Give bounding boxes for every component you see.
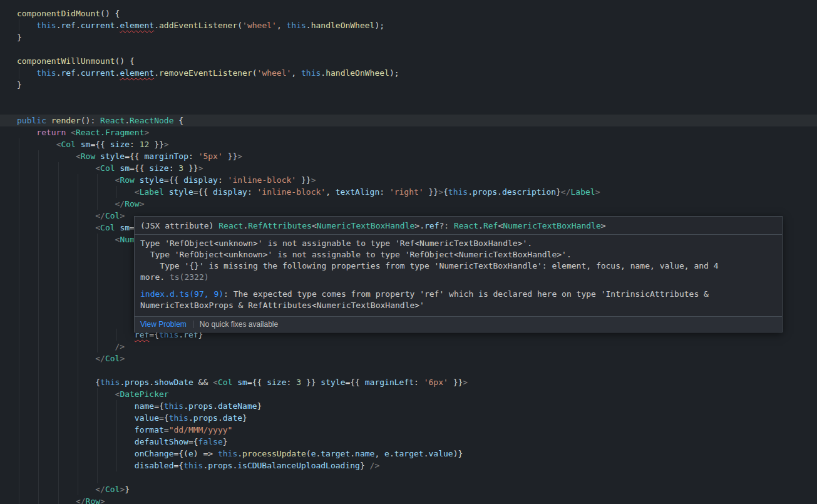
code-line[interactable]: format="dd/MMM/yyyy" — [0, 424, 817, 436]
related-info-line2: NumericTextBoxProps & RefAttributes<Nume… — [140, 300, 776, 311]
code-line[interactable] — [0, 471, 817, 483]
no-quick-fixes-label: No quick fixes available — [200, 319, 278, 329]
footer-divider — [193, 321, 193, 328]
related-info-line: index.d.ts(97, 9): The expected type com… — [140, 289, 776, 300]
error-tooltip: (JSX attribute) React.RefAttributes<Nume… — [134, 216, 783, 332]
code-line[interactable]: public render(): React.ReactNode { — [0, 115, 817, 126]
code-line[interactable]: this.ref.current.element.addEventListene… — [0, 19, 817, 31]
code-line[interactable]: name={this.props.dateName} — [0, 400, 817, 412]
code-line[interactable]: <DatePicker — [0, 388, 817, 400]
tooltip-footer: View Problem No quick fixes available — [135, 316, 782, 332]
code-line[interactable]: value={this.props.date} — [0, 412, 817, 424]
code-line[interactable]: this.ref.current.element.removeEventList… — [0, 67, 817, 79]
code-line[interactable]: componentDidMount() { — [0, 8, 817, 19]
tooltip-body: Type 'RefObject<unknown>' is not assigna… — [135, 235, 782, 316]
code-line[interactable]: <Row style={{ display: 'inline-block' }}… — [0, 174, 817, 186]
code-line[interactable] — [0, 103, 817, 115]
error-message-tail: more. — [140, 272, 170, 282]
error-message-line: Type '{}' is missing the following prope… — [140, 260, 776, 272]
code-line[interactable] — [0, 364, 817, 376]
tooltip-signature: (JSX attribute) React.RefAttributes<Nume… — [135, 217, 782, 235]
error-message-line: Type 'RefObject<unknown>' is not assigna… — [140, 249, 776, 260]
code-line[interactable]: } — [0, 31, 817, 43]
code-line[interactable]: defaultShow={false} — [0, 436, 817, 448]
code-line[interactable]: <Col sm={{ size: 3 }}> — [0, 162, 817, 174]
code-line[interactable]: } — [0, 79, 817, 91]
code-line[interactable]: /> — [0, 341, 817, 352]
code-line[interactable]: return <React.Fragment> — [0, 126, 817, 138]
code-line[interactable] — [0, 91, 817, 103]
view-problem-link[interactable]: View Problem — [140, 319, 187, 329]
code-line[interactable]: <Row style={{ marginTop: '5px' }}> — [0, 150, 817, 162]
code-line[interactable]: {this.props.showDate && <Col sm={{ size:… — [0, 376, 817, 388]
code-line[interactable]: </Col> — [0, 352, 817, 364]
code-line[interactable]: componentWillUnmount() { — [0, 55, 817, 67]
code-line[interactable] — [0, 43, 817, 55]
error-message-line: more. ts(2322) — [140, 272, 776, 283]
error-message-line: Type 'RefObject<unknown>' is not assigna… — [140, 238, 776, 249]
code-editor[interactable]: componentDidMount() { this.ref.current.e… — [0, 0, 817, 504]
code-line[interactable]: disabled={this.props.isCDUBalanceUploadL… — [0, 460, 817, 471]
file-location-link[interactable]: index.d.ts(97, 9) — [140, 289, 224, 299]
code-line[interactable]: </Col>} — [0, 483, 817, 495]
code-line[interactable]: onChange={(e) => this.processUpdate(e.ta… — [0, 448, 817, 460]
code-line[interactable]: </Row> — [0, 495, 817, 504]
code-line[interactable]: </Row> — [0, 198, 817, 210]
code-line[interactable]: <Label style={{ display: 'inline-block',… — [0, 186, 817, 198]
code-line[interactable]: <Col sm={{ size: 12 }}> — [0, 138, 817, 150]
related-info-text: : The expected type comes from property … — [224, 289, 709, 299]
error-code: ts(2322) — [170, 272, 209, 282]
